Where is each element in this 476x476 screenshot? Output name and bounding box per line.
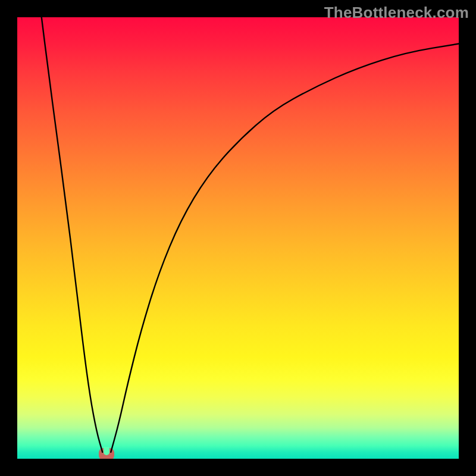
optimum-marker [99,448,114,459]
watermark-text: TheBottleneck.com [324,4,469,22]
chart-frame: TheBottleneck.com [0,0,476,476]
gradient-background [17,17,459,459]
plot-area [17,17,459,459]
